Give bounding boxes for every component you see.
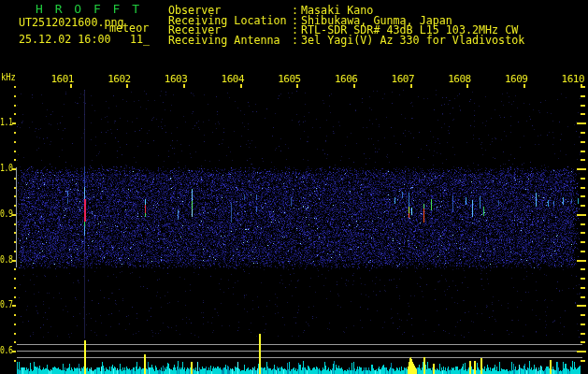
counter-value: 11_ [130,35,150,45]
freq-tick-label: 0.7 [0,299,13,309]
time-tick-label: 1606 [335,74,358,84]
freq-tick-label: 1.0 [0,163,13,173]
freq-axis-unit: kHz [1,72,16,82]
output-filename: UT2512021600.png [19,18,124,28]
time-tick-label: 1607 [392,74,415,84]
time-tick-label: 1610 [562,74,585,84]
time-tick-label: 1603 [165,74,188,84]
time-tick-label: 1605 [278,74,301,84]
datetime-label: 25.12.02 16:00 [19,35,111,45]
freq-tick-label: 0.6 [0,345,13,355]
freq-tick-label: 0.9 [0,209,13,219]
time-tick-label: 1601 [51,74,75,84]
field-label: Receiving Antenna [168,36,280,46]
time-tick-label: 1602 [108,74,131,84]
app-title: H R O F F T [36,2,142,16]
spectrogram-canvas [0,0,588,374]
time-tick-label: 1604 [222,74,245,84]
freq-tick-label: 0.8 [0,254,13,265]
field-value: 3el Yagi(V) Az 330 for Vladivostok [301,36,524,46]
header-field-row: Receiving Antenna : 3el Yagi(V) Az 330 f… [168,36,588,46]
time-tick-label: 1609 [505,74,528,84]
freq-tick-label: 1.1 [0,117,13,127]
field-colon: : [292,36,298,46]
time-tick-label: 1608 [448,74,471,84]
hrofft-window: H R O F F T UT2512021600.png meteor 25.1… [0,0,588,374]
